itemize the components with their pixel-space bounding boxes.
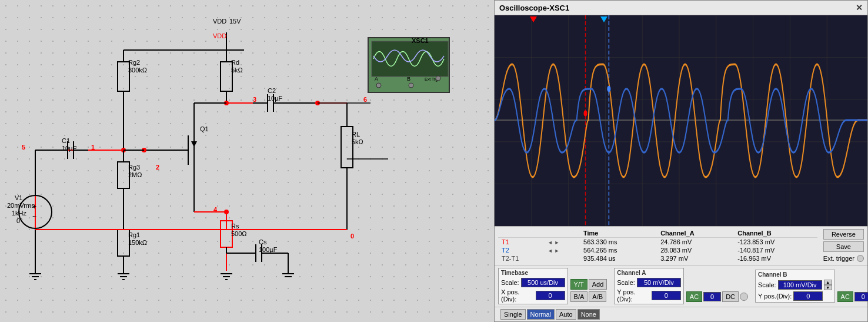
c2-value: 10µF	[268, 95, 282, 102]
chb-scale-down[interactable]: ▼	[824, 285, 832, 290]
cursor-t2	[600, 16, 607, 22]
yt-add-buttons: Y/T Add	[570, 279, 607, 290]
t2-arrows: ◄ ►	[544, 246, 580, 254]
v1-freq: 1kHz	[12, 210, 26, 217]
osc-close-button[interactable]: ✕	[856, 3, 863, 12]
chb-scale-row: Scale: ▲ ▼	[758, 280, 832, 290]
add-button[interactable]: Add	[589, 279, 607, 290]
osc-title: Oscilloscope-XSC1	[499, 4, 569, 12]
t2-cha: 28.083 mV	[657, 246, 734, 254]
svg-text:B: B	[407, 76, 410, 82]
trigger-mode-buttons: Single Normal Auto None	[500, 309, 600, 320]
normal-button[interactable]: Normal	[527, 309, 555, 320]
v1-value: 20mVrms	[7, 202, 35, 209]
svg-point-84	[409, 83, 413, 88]
t1-arrows: ◄ ►	[544, 238, 580, 247]
col-time: Time	[580, 229, 657, 238]
cha-mode-buttons: AC DC	[686, 291, 748, 304]
svg-rect-70	[341, 127, 353, 168]
chb-scale-input[interactable]	[778, 280, 822, 290]
node1-label: 1	[91, 144, 95, 151]
node6-label: 6	[363, 96, 367, 103]
col-cha: Channel_A	[657, 229, 734, 238]
cha-ypos-input[interactable]	[652, 291, 681, 300]
rs-value: 500Ω	[231, 230, 247, 237]
rg1-value: 150kΩ	[128, 239, 147, 246]
vdd-label: VDD	[213, 18, 226, 25]
cha-scale-input[interactable]	[637, 278, 681, 287]
auto-button[interactable]: Auto	[556, 309, 576, 320]
chb-scale-spinner[interactable]: ▲ ▼	[824, 280, 832, 290]
rg2-value: 300kΩ	[128, 67, 147, 74]
none-button[interactable]: None	[577, 309, 600, 320]
svg-text:~: ~	[32, 213, 36, 221]
chb-zero-input[interactable]	[854, 292, 868, 301]
c2-label: C2	[268, 87, 276, 94]
ba-button[interactable]: B/A	[570, 291, 588, 302]
t2-time: 564.265 ms	[580, 246, 657, 254]
cha-scale-label: Scale:	[617, 279, 635, 286]
save-button[interactable]: Save	[823, 241, 864, 252]
svg-rect-3	[221, 62, 232, 91]
ext-trigger-label: Ext. trigger	[823, 255, 854, 262]
cha-ac-button[interactable]: AC	[686, 291, 702, 302]
osc-screen	[495, 15, 867, 226]
svg-marker-13	[191, 141, 197, 147]
t2-chb: -140.817 mV	[734, 246, 817, 254]
rg3-value: 2MΩ	[128, 171, 142, 178]
cs-label: Cs	[259, 238, 266, 245]
meas-buttons: Reverse Save Ext. trigger	[823, 229, 864, 262]
svg-rect-42	[118, 230, 129, 256]
svg-rect-34	[118, 62, 129, 91]
rd-label: Rd	[231, 59, 239, 66]
node3-label: 3	[253, 96, 256, 103]
col-arrows	[544, 229, 580, 238]
ab-button[interactable]: A/B	[589, 291, 606, 302]
rs-label: Rs	[231, 223, 239, 230]
circuit-area: + ~	[0, 0, 494, 322]
trigger-mode-row: Single Normal Auto None	[495, 307, 867, 321]
timebase-title: Timebase	[501, 270, 565, 276]
ba-ab-buttons: B/A A/B	[570, 291, 607, 302]
timebase-scale-label: Scale:	[501, 279, 519, 286]
ext-trigger-row: Ext. trigger	[823, 255, 864, 262]
col-t	[498, 229, 544, 238]
rg3-label: Rg3	[128, 164, 140, 171]
rg2-label: Rg2	[128, 59, 140, 66]
reverse-button[interactable]: Reverse	[823, 229, 864, 240]
cha-coupling-buttons: AC DC	[686, 291, 748, 302]
yt-button[interactable]: Y/T	[570, 279, 587, 290]
node2-label: 2	[156, 164, 159, 171]
chb-scale-up[interactable]: ▲	[824, 280, 832, 285]
t2t1-chb: -16.963 mV	[734, 254, 817, 263]
node4-label: 4	[213, 206, 217, 213]
oscilloscope-panel: Oscilloscope-XSC1 ✕	[494, 0, 868, 322]
rg1-label: Rg1	[128, 231, 140, 238]
rd-value: 5kΩ	[231, 67, 243, 74]
svg-point-85	[436, 76, 440, 81]
cha-zero-input[interactable]	[703, 292, 721, 301]
timebase-xpos-input[interactable]	[536, 291, 565, 300]
t1-label: T1	[498, 238, 544, 247]
channel-a-group: Channel A Scale: Y pos.(Div):	[614, 268, 684, 304]
t1-time: 563.330 ms	[580, 238, 657, 247]
xsc1-label: XSC1	[412, 37, 429, 44]
chb-coupling-buttons: AC DC -	[837, 291, 868, 302]
chb-ac-button[interactable]: AC	[837, 291, 853, 302]
rl-value: 5kΩ	[352, 138, 363, 145]
timebase-scale-row: Scale:	[501, 278, 565, 287]
svg-rect-79	[372, 41, 448, 77]
timebase-scale-input[interactable]	[521, 278, 565, 287]
node0-label: 0	[350, 233, 354, 240]
cs-value: 100µF	[259, 246, 277, 253]
svg-point-104	[584, 111, 587, 117]
xsc1-component: A B Ext Trg	[368, 37, 450, 93]
vdd-node-label: VDD	[213, 32, 226, 39]
cha-dc-button[interactable]: DC	[722, 291, 739, 302]
timebase-xpos-row: X pos.(Div):	[501, 288, 565, 303]
single-button[interactable]: Single	[500, 309, 526, 320]
ext-trigger-indicator	[857, 255, 864, 262]
q1-label: Q1	[200, 125, 209, 132]
svg-point-83	[376, 83, 381, 88]
chb-ypos-input[interactable]	[793, 291, 823, 301]
